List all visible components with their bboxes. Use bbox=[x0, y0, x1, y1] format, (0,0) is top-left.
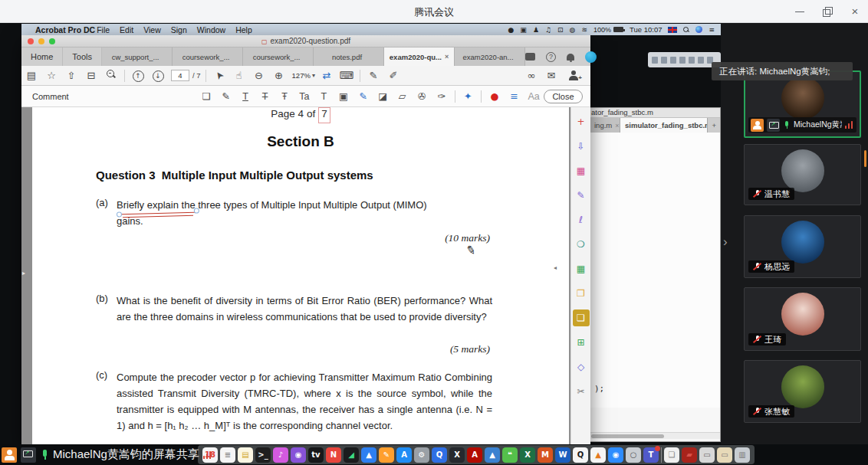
zoom-out-icon[interactable]: ⊖ bbox=[249, 70, 269, 81]
dock-folder-adobe[interactable]: ▰ bbox=[682, 447, 697, 463]
meeting-status-icon[interactable]: ▣ bbox=[520, 26, 527, 34]
help-icon[interactable]: ? bbox=[546, 52, 556, 62]
annotation-handle[interactable] bbox=[117, 211, 122, 217]
clipboard-status-icon[interactable]: ⊡ bbox=[557, 26, 564, 34]
notification-center-icon[interactable]: ≡ bbox=[709, 26, 715, 34]
draw-pen-icon[interactable]: ✎ bbox=[353, 90, 373, 102]
minimize-button[interactable] bbox=[794, 6, 805, 17]
dock-blue-app[interactable]: ▲ bbox=[485, 447, 500, 463]
notifications-bell-icon[interactable] bbox=[567, 54, 574, 61]
comment-tool-icon[interactable]: ❏ bbox=[573, 309, 590, 326]
dock-notes[interactable]: ▤ bbox=[238, 447, 253, 463]
fill-sign-toolbar-icon[interactable]: ✐ bbox=[383, 70, 403, 81]
export-pdf-icon[interactable]: ⇩ bbox=[573, 138, 590, 155]
menubar-menu-item[interactable]: File bbox=[97, 25, 110, 34]
more-tools-icon[interactable]: ✂ bbox=[573, 383, 590, 400]
highlight-icon[interactable]: ✎ bbox=[216, 90, 236, 102]
dock-acrobat[interactable]: A bbox=[467, 447, 482, 463]
dock-terminal[interactable]: >_ bbox=[255, 447, 271, 463]
record-status-icon[interactable]: ● bbox=[508, 26, 515, 34]
keep-tool-pin-icon[interactable]: ✦ bbox=[459, 90, 478, 102]
annotate-pen-icon[interactable]: ✎ bbox=[363, 70, 383, 81]
dock-vlc[interactable]: ▲ bbox=[590, 447, 606, 463]
panel-collapse-chevron-icon[interactable]: › bbox=[723, 234, 728, 250]
select-cursor-icon[interactable]: ➤ bbox=[209, 64, 229, 87]
dock-word[interactable]: W bbox=[555, 447, 570, 463]
zoom-caret-icon[interactable]: ▾ bbox=[312, 72, 315, 79]
color-swatch-icon[interactable]: ● bbox=[485, 90, 505, 102]
dock-xcode[interactable]: X bbox=[449, 447, 465, 463]
drawing-tools-icon[interactable]: ✑ bbox=[432, 90, 452, 102]
search-zoom-icon[interactable] bbox=[101, 70, 121, 81]
export-excel-icon[interactable]: ▦ bbox=[573, 260, 590, 277]
comment-count-icon[interactable] bbox=[525, 53, 535, 61]
mail-icon[interactable]: ✉ bbox=[541, 70, 561, 81]
dock-keychain[interactable]: ○ bbox=[626, 447, 641, 463]
editor-hscrollbar[interactable] bbox=[590, 432, 720, 439]
next-page-icon[interactable]: ↓ bbox=[148, 69, 168, 82]
fit-width-icon[interactable]: ⌨ bbox=[337, 70, 357, 81]
save-icon[interactable]: ▤ bbox=[21, 70, 41, 81]
dock-appletv[interactable]: tv bbox=[308, 447, 324, 463]
previous-page-icon[interactable]: ↑ bbox=[128, 69, 148, 82]
dock-window-2[interactable]: ▭ bbox=[717, 447, 732, 463]
fill-sign-icon[interactable]: ℓ bbox=[573, 211, 590, 228]
dock-qq[interactable]: Q bbox=[573, 447, 588, 463]
dock-zoom[interactable]: ◉ bbox=[608, 447, 623, 463]
star-icon[interactable]: ☆ bbox=[41, 70, 61, 81]
editor-cut-icon[interactable] bbox=[661, 57, 667, 64]
dock-teams[interactable]: T bbox=[643, 447, 659, 463]
dock-wechat[interactable]: ❝ bbox=[502, 447, 518, 463]
menubar-menu-item[interactable]: Help bbox=[235, 25, 252, 34]
participant-tile[interactable]: 王琦 bbox=[744, 287, 861, 351]
menubar-menu-item[interactable]: Sign bbox=[171, 25, 187, 34]
expand-panel-arrow-icon[interactable]: ▸ bbox=[22, 270, 25, 277]
wifi-icon[interactable]: ≋ bbox=[581, 26, 587, 34]
text-box-icon[interactable]: ▣ bbox=[334, 90, 353, 102]
editor-code-area[interactable]: ); UTF-8 script bbox=[590, 133, 720, 408]
dock-keynote[interactable]: ▲ bbox=[361, 447, 376, 463]
page-number-input[interactable]: 4 bbox=[171, 70, 189, 81]
dock-reminders[interactable]: ≡ bbox=[220, 447, 235, 463]
restore-button[interactable] bbox=[822, 6, 833, 17]
share-icon[interactable]: ⇧ bbox=[61, 70, 81, 81]
dock-matlab[interactable]: M bbox=[538, 447, 553, 463]
underline-text-icon[interactable]: T bbox=[235, 91, 255, 102]
document-tab[interactable]: coursework_... bbox=[173, 47, 243, 66]
participant-tile[interactable]: 温书慧 bbox=[744, 144, 861, 205]
dock-trash[interactable]: ▥ bbox=[735, 447, 750, 463]
editor-copy-icon[interactable] bbox=[670, 57, 676, 64]
document-tab[interactable]: exam2020-qu...× bbox=[384, 47, 455, 66]
dock-music[interactable]: ♪ bbox=[273, 447, 288, 463]
siri-icon[interactable] bbox=[695, 26, 702, 33]
editor-redo-icon[interactable] bbox=[698, 57, 704, 64]
participant-tile-active[interactable]: MichaelNg黄嵩... bbox=[744, 70, 861, 138]
zoom-in-icon[interactable]: ⊕ bbox=[269, 70, 289, 81]
scrolling-mode-icon[interactable]: ⇄ bbox=[317, 70, 337, 81]
add-text-icon[interactable]: T bbox=[314, 91, 334, 102]
replace-text-icon[interactable]: Ŧ bbox=[275, 91, 294, 102]
hand-tool-icon[interactable]: ☝ bbox=[229, 70, 249, 81]
dock-excel[interactable]: X bbox=[520, 447, 535, 463]
dock-quicktime[interactable]: Q bbox=[432, 447, 447, 463]
notify-status-icon[interactable]: ♫ bbox=[545, 26, 551, 34]
document-tab[interactable]: coursework_... bbox=[243, 47, 314, 66]
insert-text-icon[interactable]: Ta bbox=[294, 91, 314, 102]
user-status-icon[interactable]: ♟ bbox=[533, 26, 539, 34]
dock-podcasts[interactable]: ◉ bbox=[291, 447, 306, 463]
dock-news[interactable]: N bbox=[326, 447, 341, 463]
editor-tab-active[interactable]: simulator_fading_stbc.m× bbox=[620, 118, 708, 133]
close-comment-button[interactable]: Close bbox=[544, 90, 583, 103]
dock-appstore[interactable]: A bbox=[396, 447, 412, 463]
dock-stocks[interactable]: ◢ bbox=[344, 447, 359, 463]
stamp-icon[interactable]: ▱ bbox=[393, 90, 413, 102]
dock-documents[interactable]: ❏ bbox=[664, 447, 679, 463]
text-style-icon[interactable]: Aa bbox=[524, 91, 544, 102]
document-tab[interactable]: cw_support_... bbox=[102, 47, 173, 66]
participant-tile[interactable]: 张慧敏 bbox=[744, 360, 861, 423]
collapse-rail-arrow-icon[interactable]: ◂ bbox=[554, 264, 557, 271]
create-pdf-icon[interactable]: + bbox=[573, 113, 590, 130]
panel-scrollbar-thumb[interactable] bbox=[864, 150, 866, 167]
protect-icon[interactable]: ◇ bbox=[573, 359, 590, 375]
menubar-app-name[interactable]: Acrobat Pro DC bbox=[35, 25, 95, 34]
